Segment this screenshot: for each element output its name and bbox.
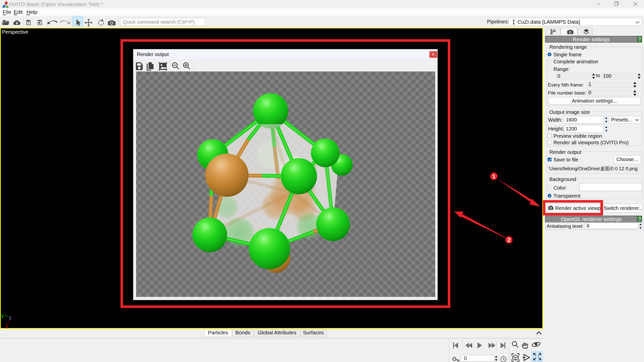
svg-text:1: 1 xyxy=(492,173,495,179)
svg-text:2: 2 xyxy=(507,237,510,243)
